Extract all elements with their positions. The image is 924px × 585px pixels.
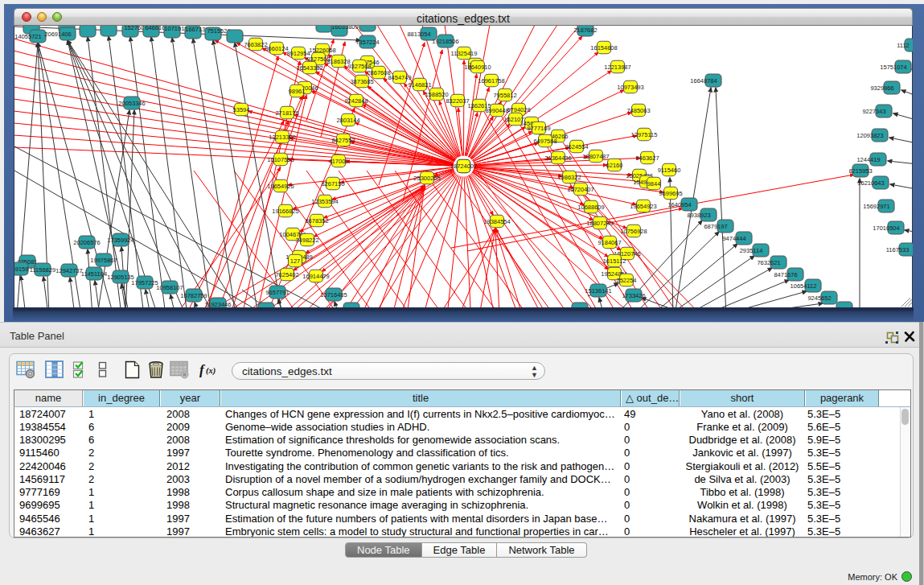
svg-text:8215953: 8215953	[848, 167, 872, 175]
svg-text:8186328: 8186328	[326, 58, 350, 65]
svg-text:8471676: 8471676	[774, 271, 797, 278]
svg-text:12942737: 12942737	[55, 267, 82, 274]
svg-text:12213987: 12213987	[604, 64, 630, 71]
svg-text:12213389: 12213389	[269, 134, 295, 141]
svg-text:1640954: 1640954	[667, 201, 691, 208]
svg-text:17359924: 17359924	[107, 237, 133, 244]
svg-text:1112: 1112	[897, 42, 910, 49]
svg-text:127: 127	[290, 257, 301, 265]
svg-text:14055721: 14055721	[14, 33, 41, 40]
svg-text:3624554: 3624554	[565, 143, 588, 150]
svg-text:10688609: 10688609	[577, 204, 604, 211]
svg-text:10807487: 10807487	[582, 153, 609, 160]
svg-text:9777169: 9777169	[527, 125, 550, 132]
svg-text:10756928: 10756928	[620, 228, 647, 235]
svg-text:62160: 62160	[606, 162, 623, 169]
svg-text:7986322: 7986322	[557, 174, 581, 181]
svg-text:98961: 98961	[289, 88, 306, 95]
svg-text:7632621: 7632621	[757, 259, 780, 266]
svg-text:12353594: 12353594	[311, 198, 338, 205]
svg-text:6879197: 6879197	[704, 223, 727, 230]
svg-text:9474444: 9474444	[722, 235, 745, 242]
svg-text:20206576: 20206576	[73, 239, 100, 246]
svg-text:17957225: 17957225	[131, 279, 158, 286]
svg-text:19384554: 19384554	[483, 218, 510, 225]
svg-text:15136141: 15136141	[585, 287, 611, 295]
svg-text:15716485: 15716485	[320, 291, 347, 299]
svg-text:7663822: 7663822	[244, 41, 267, 48]
svg-text:16543382: 16543382	[296, 64, 322, 72]
svg-text:9227343: 9227343	[862, 108, 885, 115]
svg-text:53594: 53594	[233, 106, 250, 113]
svg-text:11923446: 11923446	[205, 301, 232, 307]
svg-text:7955812: 7955812	[493, 92, 516, 99]
svg-text:19166825: 19166825	[272, 208, 298, 215]
svg-text:15751074: 15751074	[880, 64, 906, 71]
svg-text:39159: 39159	[14, 266, 28, 273]
svg-text:9184067: 9184067	[598, 239, 621, 246]
svg-text:1167533: 1167533	[886, 246, 910, 253]
svg-text:11451194: 11451194	[81, 270, 107, 278]
svg-text:16210643: 16210643	[857, 179, 884, 187]
svg-text:21364436: 21364436	[544, 154, 571, 162]
svg-text:2803144: 2803144	[336, 117, 359, 124]
svg-text:(x): (x)	[206, 366, 216, 376]
svg-text:9657791: 9657791	[265, 289, 289, 296]
svg-text:2718176: 2718176	[275, 109, 298, 117]
svg-text:18724007: 18724007	[450, 163, 477, 170]
svg-text:8427552: 8427552	[331, 137, 355, 144]
svg-text:10973493: 10973493	[617, 84, 643, 91]
svg-text:1733426: 1733426	[622, 292, 645, 299]
svg-text:417006: 417006	[328, 158, 348, 165]
svg-text:17016504: 17016504	[873, 225, 899, 232]
svg-text:9242848: 9242848	[344, 97, 368, 105]
svg-text:9329966: 9329966	[870, 84, 893, 92]
svg-text:8678352: 8678352	[305, 217, 328, 225]
svg-text:8660124: 8660124	[265, 45, 288, 52]
svg-text:3873685: 3873685	[350, 78, 373, 85]
svg-text:18807249: 18807249	[586, 220, 613, 227]
svg-text:9146821: 9146821	[408, 81, 431, 89]
svg-text:7485063: 7485063	[626, 107, 650, 114]
svg-text:12905135: 12905135	[107, 274, 133, 281]
svg-text:16154808: 16154808	[590, 44, 617, 51]
svg-text:12093823: 12093823	[856, 132, 883, 139]
svg-text:6794028: 6794028	[507, 106, 530, 113]
svg-text:9699695: 9699695	[659, 190, 682, 197]
svg-text:16961758: 16961758	[478, 77, 504, 84]
svg-text:2935114: 2935114	[740, 247, 763, 254]
svg-text:16782759: 16782759	[180, 292, 207, 299]
svg-text:7357224: 7357224	[355, 39, 379, 46]
svg-text:25300205: 25300205	[413, 175, 440, 182]
svg-text:11156829: 11156829	[30, 266, 55, 274]
svg-text:6497568: 6497568	[533, 138, 556, 145]
svg-text:2187682: 2187682	[573, 27, 597, 34]
svg-text:7625402: 7625402	[275, 271, 298, 278]
svg-text:16033809: 16033809	[331, 26, 358, 31]
svg-text:8454749: 8454749	[388, 74, 411, 81]
svg-text:8813054: 8813054	[407, 31, 430, 38]
svg-text:9245652: 9245652	[807, 295, 831, 302]
svg-text:20053346: 20053346	[118, 100, 145, 107]
svg-text:16914479: 16914479	[302, 273, 329, 280]
svg-text:19218506: 19218506	[432, 38, 458, 45]
svg-text:16107553: 16107553	[267, 156, 294, 163]
svg-text:3498222: 3498222	[295, 237, 318, 244]
svg-text:9463627: 9463627	[635, 154, 659, 162]
svg-text:1588520: 1588520	[425, 91, 448, 98]
svg-text:15692971: 15692971	[863, 203, 889, 210]
svg-text:10654112: 10654112	[791, 282, 817, 290]
svg-text:252254: 252254	[616, 277, 636, 284]
svg-text:15720407: 15720407	[567, 186, 593, 193]
svg-text:2867608: 2867608	[367, 69, 390, 76]
svg-text:8990448: 8990448	[485, 107, 508, 114]
svg-text:18640910: 18640910	[464, 64, 491, 71]
svg-text:11325419: 11325419	[451, 50, 478, 57]
svg-text:19975867: 19975867	[90, 257, 117, 264]
svg-text:19654925: 19654925	[267, 183, 294, 190]
svg-text:9844: 9844	[647, 180, 661, 187]
svg-text:1615112: 1615112	[603, 257, 626, 265]
svg-text:10958107: 10958107	[156, 284, 183, 291]
svg-text:16648784: 16648784	[690, 77, 717, 84]
svg-text:9115460: 9115460	[658, 167, 681, 174]
